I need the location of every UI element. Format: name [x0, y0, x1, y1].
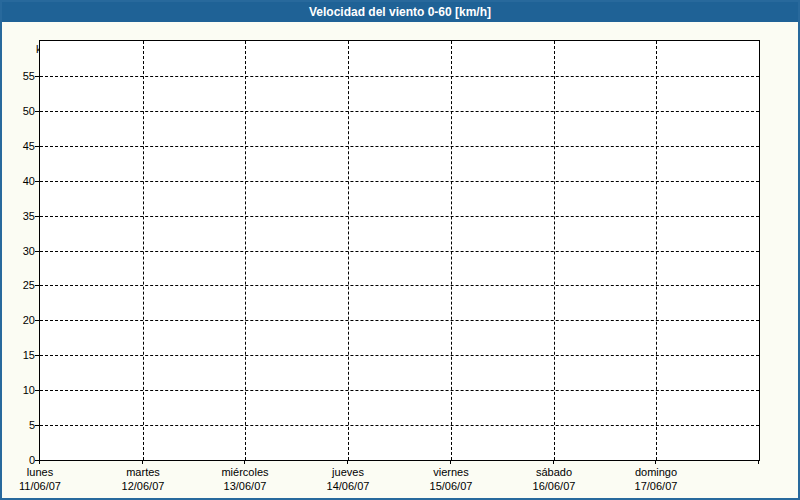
x-axis-label-lunes: lunes11/06/07: [0, 465, 92, 493]
y-tick-label-40: 40: [2, 174, 35, 188]
x-tick-2: [244, 460, 245, 464]
y-tick-label-50: 50: [2, 104, 35, 118]
gridline-day-5: [554, 41, 555, 460]
x-axis-day-name: martes: [91, 465, 195, 479]
x-tick-3: [347, 460, 348, 464]
y-tick-55: [35, 76, 39, 77]
x-axis-label-martes: martes12/06/07: [91, 465, 195, 493]
y-tick-5: [35, 425, 39, 426]
y-tick-15: [35, 355, 39, 356]
gridline-day-3: [348, 41, 349, 460]
gridline-y-35: [40, 216, 759, 217]
y-tick-10: [35, 390, 39, 391]
x-axis-date: 12/06/07: [91, 479, 195, 493]
chart-title: Velocidad del viento 0-60 [km/h]: [309, 2, 491, 22]
chart-title-bar: Velocidad del viento 0-60 [km/h]: [2, 2, 798, 22]
x-axis-day-name: sábado: [502, 465, 606, 479]
x-axis-day-name: miércoles: [193, 465, 297, 479]
x-axis-date: 17/06/07: [604, 479, 708, 493]
x-tick-1: [142, 460, 143, 464]
x-axis-date: 13/06/07: [193, 479, 297, 493]
gridline-day-1: [143, 41, 144, 460]
gridline-day-2: [245, 41, 246, 460]
y-tick-label-30: 30: [2, 244, 35, 258]
x-tick-5: [553, 460, 554, 464]
x-axis-label-miércoles: miércoles13/06/07: [193, 465, 297, 493]
gridline-y-10: [40, 390, 759, 391]
x-axis-date: 16/06/07: [502, 479, 606, 493]
plot-area: [39, 40, 760, 461]
x-axis-day-name: jueves: [296, 465, 400, 479]
x-tick-7: [758, 460, 759, 464]
x-axis-day-name: domingo: [604, 465, 708, 479]
gridline-y-55: [40, 76, 759, 77]
y-tick-25: [35, 285, 39, 286]
x-tick-4: [450, 460, 451, 464]
x-axis-date: 15/06/07: [399, 479, 503, 493]
y-tick-label-55: 55: [2, 69, 35, 83]
x-tick-0: [39, 460, 40, 464]
gridline-y-40: [40, 181, 759, 182]
x-axis-label-viernes: viernes15/06/07: [399, 465, 503, 493]
x-axis-day-name: viernes: [399, 465, 503, 479]
x-axis-label-jueves: jueves14/06/07: [296, 465, 400, 493]
gridline-y-30: [40, 251, 759, 252]
gridline-y-20: [40, 320, 759, 321]
y-tick-label-25: 25: [2, 278, 35, 292]
y-tick-label-20: 20: [2, 313, 35, 327]
gridline-y-50: [40, 111, 759, 112]
x-axis-day-name: lunes: [0, 465, 92, 479]
gridline-day-6: [656, 41, 657, 460]
gridline-y-45: [40, 146, 759, 147]
y-tick-40: [35, 181, 39, 182]
gridline-day-4: [451, 41, 452, 460]
gridline-y-15: [40, 355, 759, 356]
y-tick-label-10: 10: [2, 383, 35, 397]
gridline-y-25: [40, 285, 759, 286]
y-tick-45: [35, 146, 39, 147]
x-axis-date: 14/06/07: [296, 479, 400, 493]
x-axis-label-domingo: domingo17/06/07: [604, 465, 708, 493]
gridline-y-5: [40, 425, 759, 426]
y-tick-label-5: 5: [2, 418, 35, 432]
y-tick-label-45: 45: [2, 139, 35, 153]
x-tick-6: [655, 460, 656, 464]
y-tick-50: [35, 111, 39, 112]
y-tick-30: [35, 251, 39, 252]
y-tick-35: [35, 216, 39, 217]
y-tick-20: [35, 320, 39, 321]
chart-window: Velocidad del viento 0-60 [km/h] km/h 05…: [0, 0, 800, 500]
y-tick-label-35: 35: [2, 209, 35, 223]
x-axis-date: 11/06/07: [0, 479, 92, 493]
x-axis-label-sábado: sábado16/06/07: [502, 465, 606, 493]
y-tick-label-15: 15: [2, 348, 35, 362]
